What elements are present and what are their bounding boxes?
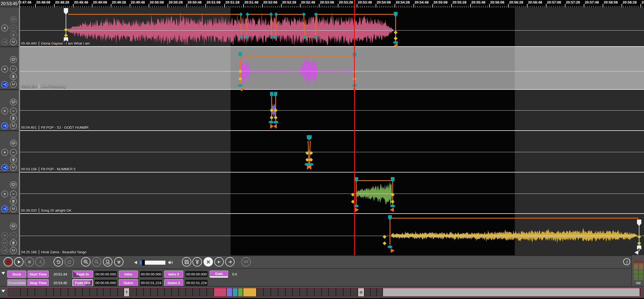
playlist-block[interactable]: [151, 288, 157, 296]
envelope-point[interactable]: [274, 35, 278, 39]
playlist-block[interactable]: [165, 288, 171, 296]
publish-button[interactable]: [192, 257, 202, 267]
playlist-block[interactable]: [207, 288, 213, 296]
volume-envelope-track-6[interactable]: [390, 218, 639, 245]
playlist-block[interactable]: [61, 288, 68, 296]
save-button[interactable]: [182, 257, 191, 267]
redo-button[interactable]: [65, 257, 74, 267]
fade-in-button[interactable]: Fade In: [72, 271, 93, 278]
track-3-plus-button[interactable]: [1, 108, 8, 114]
stop-button[interactable]: [25, 257, 34, 267]
start-time-button[interactable]: Start Time: [28, 271, 49, 278]
playlist-block[interactable]: [193, 288, 199, 296]
ellipse-handle[interactable]: [273, 121, 278, 124]
info-icon[interactable]: i: [623, 258, 630, 265]
track-1-collapse-button[interactable]: [10, 16, 17, 23]
track-3-u-button[interactable]: [10, 122, 17, 129]
playlist-block[interactable]: [351, 288, 358, 296]
track-4-u-button[interactable]: [10, 164, 17, 171]
diamond-handle[interactable]: [64, 28, 68, 32]
playlist-block[interactable]: [286, 288, 292, 296]
track-4-minus-button[interactable]: [10, 149, 17, 156]
playlist-block[interactable]: [179, 288, 185, 296]
track-1-minus-button[interactable]: [10, 25, 17, 31]
playlist-block[interactable]: [54, 288, 61, 296]
envelope-point[interactable]: [245, 35, 248, 39]
diamond-handle[interactable]: [238, 69, 242, 73]
track-2-plus-button[interactable]: [1, 66, 8, 72]
zoom-out-button[interactable]: [92, 257, 101, 267]
flag-marker[interactable]: [394, 12, 398, 17]
playlist-block[interactable]: [315, 288, 321, 296]
diamond-handle[interactable]: [238, 77, 242, 81]
play-button[interactable]: [14, 257, 24, 267]
diamond-handle[interactable]: [274, 108, 278, 112]
playlist-block[interactable]: [336, 288, 343, 296]
track-5-plus-button[interactable]: [1, 191, 8, 197]
value-field[interactable]: 20:53:45: [52, 280, 69, 286]
track-5-branch-button[interactable]: [1, 205, 8, 212]
diamond-handle[interactable]: [637, 241, 641, 245]
duck-button[interactable]: Duck: [7, 271, 26, 278]
envelope-point[interactable]: [270, 35, 273, 39]
value-field[interactable]: 00:00:00.000: [95, 271, 117, 277]
playlist-block[interactable]: [377, 288, 382, 296]
swallowtail-marker[interactable]: [307, 165, 311, 170]
intro-button[interactable]: Intro: [119, 271, 138, 278]
diamond-handle[interactable]: [274, 116, 278, 119]
forward-button[interactable]: [225, 257, 235, 267]
value-field[interactable]: 00:00:00.000: [185, 271, 208, 277]
envelope-point[interactable]: [239, 35, 243, 39]
playlist-block[interactable]: [8, 288, 20, 296]
playlist-block[interactable]: [343, 288, 350, 296]
track-4-collapse-button[interactable]: [10, 140, 17, 147]
playlist-block[interactable]: [257, 288, 263, 296]
playlist-block[interactable]: [383, 288, 640, 296]
playlist-block[interactable]: [144, 288, 150, 296]
flag-marker[interactable]: [391, 177, 395, 182]
track-5-minus-button[interactable]: [10, 191, 17, 197]
value-field[interactable]: 00:02:01.224: [140, 280, 162, 286]
track-4-trash-button[interactable]: [10, 157, 17, 163]
value-field[interactable]: 20:51:44: [52, 271, 69, 277]
flag-marker[interactable]: [238, 52, 242, 57]
expand-all-button[interactable]: [114, 257, 124, 267]
track-1-branch-button[interactable]: [1, 39, 8, 45]
voice-track-button[interactable]: VT: [241, 257, 251, 267]
diamond-handle[interactable]: [394, 31, 398, 34]
playlist-block[interactable]: [28, 288, 35, 296]
track-2-trash-button[interactable]: [10, 73, 17, 80]
track-3-collapse-button[interactable]: [10, 99, 17, 105]
playlist-block[interactable]: [137, 288, 143, 296]
diamond-handle[interactable]: [270, 108, 273, 112]
playlist-block[interactable]: [68, 288, 75, 296]
playlist-block[interactable]: [104, 288, 110, 296]
volume-envelope-track-1[interactable]: [68, 14, 396, 43]
ellipse-handle[interactable]: [309, 163, 313, 166]
zoom-in-button[interactable]: [81, 257, 91, 267]
collapse-panel-arrow[interactable]: [1, 272, 5, 275]
playlist-block[interactable]: [172, 288, 178, 296]
playlist-block[interactable]: [264, 288, 271, 296]
envelope-point[interactable]: [302, 12, 306, 16]
record-button[interactable]: [4, 257, 13, 267]
volume-envelope-track-2[interactable]: [240, 56, 355, 86]
value-field[interactable]: 00:00:00.000: [95, 280, 117, 286]
outro-button[interactable]: Outro: [119, 279, 138, 286]
volume-slider-thumb[interactable]: [142, 260, 145, 265]
ellipse-handle[interactable]: [390, 205, 395, 207]
bowtie-marker[interactable]: [270, 124, 277, 129]
pennant-marker[interactable]: [635, 250, 638, 255]
flag-marker[interactable]: [307, 135, 312, 140]
track-3-trash-button[interactable]: [10, 115, 17, 122]
close-button[interactable]: [203, 257, 213, 267]
value-field[interactable]: 00:02:01.224: [185, 280, 208, 286]
region-flag-marker[interactable]: [64, 8, 68, 15]
playlist-block[interactable]: [238, 288, 243, 296]
playlist-block[interactable]: [278, 288, 285, 296]
gain-button[interactable]: Gain: [210, 271, 228, 278]
diamond-handle[interactable]: [391, 200, 395, 204]
flag-marker[interactable]: [274, 92, 277, 97]
undo-button[interactable]: [54, 257, 63, 267]
playlist-block[interactable]: [35, 288, 46, 296]
